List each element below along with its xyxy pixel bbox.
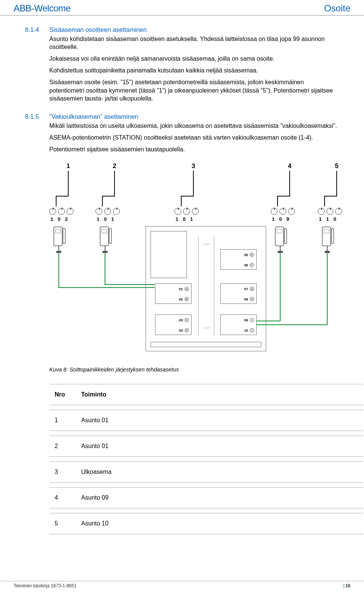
table-header: Toiminto	[76, 384, 363, 405]
block-letter: J	[250, 328, 254, 332]
dial-icon	[49, 208, 56, 215]
svg-rect-11	[331, 228, 334, 244]
dial-icon	[183, 208, 190, 215]
svg-rect-9	[322, 227, 331, 246]
section-number: 8.1.5	[25, 113, 49, 539]
dial-value: 1	[326, 216, 329, 222]
section-8-1-4: 8.1.4 Sisäaseman osoitteen asettaminen A…	[25, 26, 339, 106]
table-cell: 1	[49, 410, 76, 431]
block-number: 09	[244, 318, 248, 322]
dial-icon	[288, 208, 295, 215]
dial-values: 109	[272, 216, 289, 222]
table-row: 3Ulkoasema	[49, 461, 363, 483]
table-row: 4Asunto 09	[49, 487, 363, 508]
dial-value: 1	[97, 216, 99, 222]
dial-icon	[67, 208, 74, 215]
leader-line	[193, 171, 194, 196]
potentiometer-group	[271, 208, 295, 215]
paragraph: Mikäli laitteistossa on useita ulkoasemi…	[49, 122, 363, 130]
paragraph: Asunto kohdistetaan sisäaseman osoitteen…	[49, 35, 339, 51]
block-number: 03	[179, 318, 183, 322]
panel-divider	[198, 236, 214, 336]
leader-line	[324, 196, 337, 197]
button-block: 09I 10J	[220, 315, 257, 335]
potentiometer-group	[174, 208, 199, 215]
page-header: ABB-Welcome Osoite	[0, 0, 364, 16]
table-cell: 5	[49, 513, 76, 534]
diagram-label-3: 3	[191, 162, 195, 170]
indoor-unit-icon	[99, 226, 112, 253]
potentiometer-group	[318, 208, 342, 215]
dial-icon	[96, 208, 102, 215]
svg-rect-6	[275, 227, 284, 246]
wiring-diagram: 1 2 3 4 5	[49, 162, 363, 356]
leader-line	[56, 196, 69, 197]
table-cell: 2	[49, 436, 76, 457]
leader-line	[102, 196, 103, 206]
leader-line	[181, 196, 194, 197]
indoor-unit-icon	[322, 226, 334, 253]
dial-icon	[113, 208, 120, 215]
block-number: 01	[179, 287, 183, 291]
leader-line	[56, 196, 56, 206]
section-body: Sisäaseman osoitteen asettaminen Asunto …	[49, 26, 339, 106]
section-number: 8.1.4	[25, 26, 49, 106]
block-letter: H	[250, 297, 254, 301]
table-cell: Asunto 10	[76, 513, 363, 534]
dial-value: 9	[286, 216, 289, 222]
dial-icon	[58, 208, 65, 215]
block-letter: F	[250, 263, 254, 267]
block-letter: C	[185, 318, 189, 322]
diagram-label-4: 4	[288, 162, 291, 170]
dial-icon	[271, 208, 278, 215]
block-letter: G	[250, 287, 254, 291]
potentiometer-group	[96, 208, 120, 215]
leader-line	[324, 196, 325, 206]
table-cell: Asunto 09	[76, 487, 363, 508]
table-cell: 4	[49, 487, 76, 508]
dial-value: 0	[104, 216, 107, 222]
dial-icon	[326, 208, 333, 215]
leader-line	[336, 171, 337, 196]
dial-values: 101	[97, 216, 114, 222]
button-block: 07G 08H	[220, 283, 257, 304]
section-heading: ”Vakioulkoaseman” asettaminen	[49, 113, 363, 120]
dial-value: 1	[272, 216, 275, 222]
dial-value: 0	[183, 216, 185, 222]
block-letter: D	[185, 328, 189, 332]
block-number: 07	[244, 287, 248, 291]
table-header: Nro	[49, 384, 76, 405]
paragraph: Potentiometri sijaitsee sisäasemien taus…	[49, 145, 363, 153]
paragraph: Kohdistettua soittopainiketta painamalla…	[49, 66, 339, 74]
dial-value: 2	[65, 216, 67, 222]
dial-icon	[279, 208, 286, 215]
footer-page: |16	[343, 583, 350, 588]
section-8-1-5: 8.1.5 ”Vakioulkoaseman” asettaminen Mikä…	[25, 113, 339, 539]
block-number: 04	[179, 329, 183, 332]
paragraph: Jokaisessa voi olla enintään neljä saman…	[49, 55, 339, 63]
dial-value: 0	[279, 216, 282, 222]
block-letter: I	[250, 318, 254, 322]
block-letter: E	[250, 253, 254, 257]
dial-values: 110	[319, 216, 336, 222]
dial-value: 1	[176, 216, 178, 222]
dial-icon	[318, 208, 325, 215]
svg-rect-8	[284, 228, 287, 244]
table-cell: Ulkoasema	[76, 461, 363, 483]
block-number: 08	[244, 297, 248, 301]
diagram-label-5: 5	[335, 162, 338, 170]
svg-rect-5	[109, 228, 111, 244]
diagram-label-1: 1	[66, 162, 70, 170]
page-footer: Tekninen käsikirja 1673-1-8651 |16	[0, 581, 364, 588]
footer-left: Tekninen käsikirja 1673-1-8651	[14, 583, 77, 588]
button-block: 03C 04D	[155, 315, 191, 335]
panel-bottom-bar	[151, 342, 261, 347]
diagram-container: 1 2 3 4 5	[49, 162, 363, 356]
dial-value: 1	[50, 216, 53, 222]
table-row: 1Asunto 01	[49, 410, 363, 431]
block-number: 02	[179, 297, 183, 301]
button-block: 05E 06F	[220, 249, 257, 270]
dial-icon	[335, 208, 342, 215]
block-number: 05	[244, 253, 248, 257]
outdoor-panel: 05E 06F 01A 02B 07G 08H 03C	[146, 226, 266, 351]
